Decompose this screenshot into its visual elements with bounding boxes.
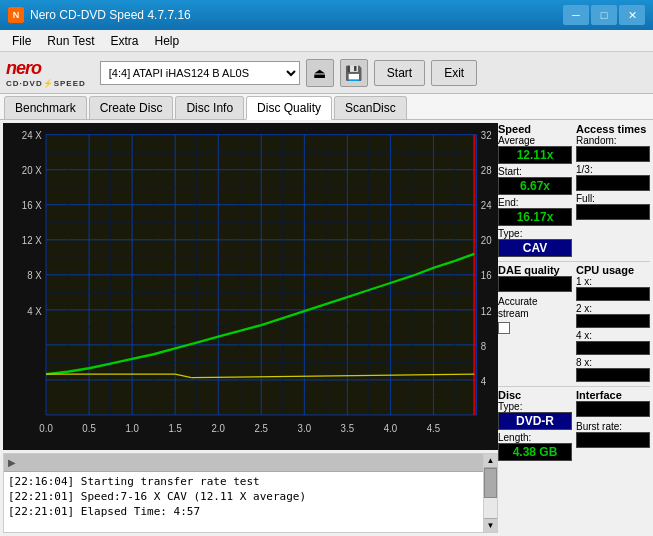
disc-type-header: Disc [498, 389, 572, 401]
disc-section: Disc Type: DVD-R Length: 4.38 GB [498, 389, 572, 461]
cpu-2x-label: 2 x: [576, 303, 650, 314]
accurate-stream-checkbox[interactable] [498, 322, 510, 334]
accurate-stream-label: Accuratestream [498, 296, 572, 320]
burst-rate-label: Burst rate: [576, 421, 650, 432]
end-label: End: [498, 197, 572, 208]
save-button[interactable]: 💾 [340, 59, 368, 87]
full-value-box [576, 204, 650, 220]
svg-text:4.0: 4.0 [384, 423, 398, 434]
start-label: Start: [498, 166, 572, 177]
speed-section: Speed Average 12.11x Start: 6.67x End: 1… [498, 123, 572, 257]
svg-text:4: 4 [481, 375, 487, 386]
logo: nero CD·DVD⚡SPEED [6, 58, 86, 88]
cpu-8x-box [576, 368, 650, 382]
menu-bar: File Run Test Extra Help [0, 30, 653, 52]
drive-selector[interactable]: [4:4] ATAPI iHAS124 B AL0S [100, 61, 300, 85]
svg-text:1.5: 1.5 [168, 423, 182, 434]
cpu-8x-label: 8 x: [576, 357, 650, 368]
cpu-2x-box [576, 314, 650, 328]
log-header-icon: ▶ [8, 457, 16, 468]
eject-button[interactable]: ⏏ [306, 59, 334, 87]
access-times-section: Access times Random: 1/3: Full: [576, 123, 650, 257]
chart-area: 24 X 20 X 16 X 12 X 8 X 4 X 32 28 24 20 … [3, 123, 498, 450]
main-content: 24 X 20 X 16 X 12 X 8 X 4 X 32 28 24 20 … [0, 120, 653, 536]
svg-text:4.5: 4.5 [427, 423, 441, 434]
tab-disc-quality[interactable]: Disc Quality [246, 96, 332, 120]
menu-file[interactable]: File [4, 32, 39, 50]
cpu-section: CPU usage 1 x: 2 x: 4 x: 8 x: [576, 264, 650, 382]
cpu-header: CPU usage [576, 264, 650, 276]
cdspeed-logo-text: CD·DVD⚡SPEED [6, 79, 86, 88]
interface-value-box [576, 401, 650, 417]
menu-extra[interactable]: Extra [102, 32, 146, 50]
svg-text:12 X: 12 X [22, 235, 42, 246]
svg-text:2.0: 2.0 [211, 423, 225, 434]
svg-text:16: 16 [481, 270, 492, 281]
svg-text:8: 8 [481, 340, 487, 351]
maximize-button[interactable]: □ [591, 5, 617, 25]
log-line-1: [22:16:04] Starting transfer rate test [8, 474, 479, 489]
start-value: 6.67x [498, 177, 572, 195]
svg-text:24 X: 24 X [22, 130, 42, 141]
full-label: Full: [576, 193, 650, 204]
left-panel: 24 X 20 X 16 X 12 X 8 X 4 X 32 28 24 20 … [0, 120, 498, 536]
toolbar: nero CD·DVD⚡SPEED [4:4] ATAPI iHAS124 B … [0, 52, 653, 94]
type-label: Type: [498, 228, 572, 239]
svg-text:32: 32 [481, 130, 492, 141]
close-button[interactable]: ✕ [619, 5, 645, 25]
disc-type-label: Type: [498, 401, 572, 412]
log-line-2: [22:21:01] Speed:7-16 X CAV (12.11 X ave… [8, 489, 479, 504]
log-scrollbar[interactable]: ▲ ▼ [483, 454, 497, 532]
svg-text:20 X: 20 X [22, 165, 42, 176]
random-value-box [576, 146, 650, 162]
svg-text:28: 28 [481, 165, 492, 176]
onethird-value-box [576, 175, 650, 191]
app-icon: N [8, 7, 24, 23]
cpu-1x-label: 1 x: [576, 276, 650, 287]
onethird-label: 1/3: [576, 164, 650, 175]
access-header: Access times [576, 123, 650, 135]
window-controls: ─ □ ✕ [563, 5, 645, 25]
menu-run-test[interactable]: Run Test [39, 32, 102, 50]
right-panel: Speed Average 12.11x Start: 6.67x End: 1… [498, 120, 653, 536]
disc-type-value: DVD-R [498, 412, 572, 430]
title-bar: N Nero CD-DVD Speed 4.7.7.16 ─ □ ✕ [0, 0, 653, 30]
start-button[interactable]: Start [374, 60, 425, 86]
menu-help[interactable]: Help [147, 32, 188, 50]
tab-scan-disc[interactable]: ScanDisc [334, 96, 407, 119]
svg-text:24: 24 [481, 200, 492, 211]
svg-text:16 X: 16 X [22, 200, 42, 211]
tab-benchmark[interactable]: Benchmark [4, 96, 87, 119]
cpu-4x-label: 4 x: [576, 330, 650, 341]
end-value: 16.17x [498, 208, 572, 226]
dae-value-box [498, 276, 572, 292]
svg-text:3.0: 3.0 [298, 423, 312, 434]
tab-disc-info[interactable]: Disc Info [175, 96, 244, 119]
dae-header: DAE quality [498, 264, 572, 276]
type-value: CAV [498, 239, 572, 257]
svg-text:20: 20 [481, 235, 492, 246]
random-label: Random: [576, 135, 650, 146]
chart-svg: 24 X 20 X 16 X 12 X 8 X 4 X 32 28 24 20 … [3, 123, 498, 450]
speed-header: Speed [498, 123, 572, 135]
burst-rate-value-box [576, 432, 650, 448]
nero-logo-text: nero [6, 58, 41, 79]
interface-header: Interface [576, 389, 650, 401]
cpu-1x-box [576, 287, 650, 301]
window-title: Nero CD-DVD Speed 4.7.7.16 [30, 8, 191, 22]
exit-button[interactable]: Exit [431, 60, 477, 86]
log-section: ▶ [22:16:04] Starting transfer rate test… [3, 453, 498, 533]
interface-section: Interface Burst rate: [576, 389, 650, 461]
minimize-button[interactable]: ─ [563, 5, 589, 25]
log-line-3: [22:21:01] Elapsed Time: 4:57 [8, 504, 479, 519]
svg-text:1.0: 1.0 [125, 423, 139, 434]
tab-create-disc[interactable]: Create Disc [89, 96, 174, 119]
svg-text:0.0: 0.0 [39, 423, 53, 434]
svg-text:2.5: 2.5 [255, 423, 269, 434]
disc-length-label: Length: [498, 432, 572, 443]
svg-text:3.5: 3.5 [341, 423, 355, 434]
svg-text:4 X: 4 X [27, 305, 42, 316]
svg-text:8 X: 8 X [27, 270, 42, 281]
svg-text:12: 12 [481, 305, 492, 316]
average-value: 12.11x [498, 146, 572, 164]
